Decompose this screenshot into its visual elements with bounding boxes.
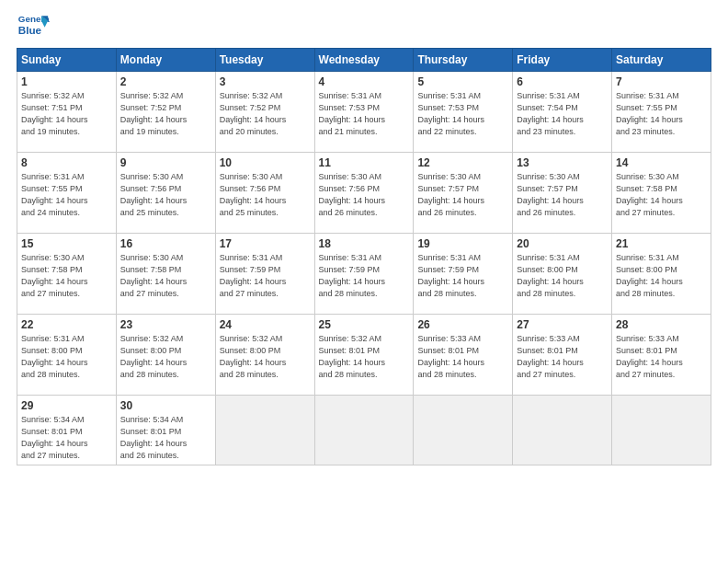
page: General Blue SundayMondayTuesdayWednesda… (0, 0, 728, 563)
calendar-cell (314, 396, 414, 465)
calendar-cell: 13Sunrise: 5:30 AMSunset: 7:57 PMDayligh… (513, 153, 612, 234)
day-number: 17 (220, 237, 311, 250)
calendar-cell: 8Sunrise: 5:31 AMSunset: 7:55 PMDaylight… (17, 153, 117, 234)
week-row-4: 22Sunrise: 5:31 AMSunset: 8:00 PMDayligh… (17, 315, 711, 396)
calendar-table: SundayMondayTuesdayWednesdayThursdayFrid… (17, 48, 711, 465)
day-info: Sunrise: 5:34 AMSunset: 8:01 PMDaylight:… (21, 414, 112, 462)
weekday-header-monday: Monday (116, 49, 215, 72)
calendar-cell: 4Sunrise: 5:31 AMSunset: 7:53 PMDaylight… (314, 72, 414, 153)
day-info: Sunrise: 5:31 AMSunset: 8:00 PMDaylight:… (21, 333, 112, 381)
calendar-cell: 15Sunrise: 5:30 AMSunset: 7:58 PMDayligh… (17, 234, 117, 315)
day-info: Sunrise: 5:30 AMSunset: 7:56 PMDaylight:… (319, 171, 410, 219)
day-number: 22 (21, 318, 112, 331)
day-number: 12 (417, 156, 508, 169)
day-number: 24 (220, 318, 311, 331)
header: General Blue (17, 9, 711, 42)
weekday-header-friday: Friday (513, 49, 612, 72)
calendar-cell: 25Sunrise: 5:32 AMSunset: 8:01 PMDayligh… (314, 315, 414, 396)
day-number: 29 (21, 399, 112, 412)
weekday-header-wednesday: Wednesday (314, 49, 414, 72)
day-info: Sunrise: 5:30 AMSunset: 7:58 PMDaylight:… (21, 252, 112, 300)
day-number: 7 (616, 75, 707, 88)
day-number: 11 (319, 156, 410, 169)
day-info: Sunrise: 5:31 AMSunset: 7:55 PMDaylight:… (21, 171, 112, 219)
calendar-cell: 24Sunrise: 5:32 AMSunset: 8:00 PMDayligh… (215, 315, 314, 396)
calendar-cell: 19Sunrise: 5:31 AMSunset: 7:59 PMDayligh… (414, 234, 513, 315)
day-info: Sunrise: 5:31 AMSunset: 7:59 PMDaylight:… (417, 252, 508, 300)
day-number: 9 (120, 156, 211, 169)
day-info: Sunrise: 5:30 AMSunset: 7:56 PMDaylight:… (120, 171, 211, 219)
day-number: 25 (319, 318, 410, 331)
weekday-header-row: SundayMondayTuesdayWednesdayThursdayFrid… (17, 49, 711, 72)
day-info: Sunrise: 5:32 AMSunset: 7:52 PMDaylight:… (220, 90, 311, 138)
day-info: Sunrise: 5:34 AMSunset: 8:01 PMDaylight:… (120, 414, 211, 462)
weekday-header-sunday: Sunday (17, 49, 117, 72)
day-info: Sunrise: 5:31 AMSunset: 7:53 PMDaylight:… (319, 90, 410, 138)
svg-text:Blue: Blue (18, 24, 42, 36)
day-info: Sunrise: 5:33 AMSunset: 8:01 PMDaylight:… (616, 333, 707, 381)
calendar-cell: 1Sunrise: 5:32 AMSunset: 7:51 PMDaylight… (17, 72, 117, 153)
day-info: Sunrise: 5:30 AMSunset: 7:58 PMDaylight:… (120, 252, 211, 300)
day-info: Sunrise: 5:31 AMSunset: 7:59 PMDaylight:… (319, 252, 410, 300)
calendar-cell: 16Sunrise: 5:30 AMSunset: 7:58 PMDayligh… (116, 234, 215, 315)
calendar-cell: 17Sunrise: 5:31 AMSunset: 7:59 PMDayligh… (215, 234, 314, 315)
day-info: Sunrise: 5:31 AMSunset: 8:00 PMDaylight:… (517, 252, 608, 300)
calendar-cell: 27Sunrise: 5:33 AMSunset: 8:01 PMDayligh… (513, 315, 612, 396)
day-info: Sunrise: 5:30 AMSunset: 7:57 PMDaylight:… (417, 171, 508, 219)
calendar-cell (513, 396, 612, 465)
day-number: 5 (417, 75, 508, 88)
calendar-cell: 6Sunrise: 5:31 AMSunset: 7:54 PMDaylight… (513, 72, 612, 153)
day-info: Sunrise: 5:30 AMSunset: 7:58 PMDaylight:… (616, 171, 707, 219)
weekday-header-tuesday: Tuesday (215, 49, 314, 72)
calendar-cell: 14Sunrise: 5:30 AMSunset: 7:58 PMDayligh… (612, 153, 711, 234)
day-number: 4 (319, 75, 410, 88)
calendar-cell: 5Sunrise: 5:31 AMSunset: 7:53 PMDaylight… (414, 72, 513, 153)
day-info: Sunrise: 5:31 AMSunset: 7:55 PMDaylight:… (616, 90, 707, 138)
calendar-cell: 18Sunrise: 5:31 AMSunset: 7:59 PMDayligh… (314, 234, 414, 315)
day-number: 30 (120, 399, 211, 412)
day-number: 26 (417, 318, 508, 331)
calendar-cell (215, 396, 314, 465)
day-info: Sunrise: 5:31 AMSunset: 7:53 PMDaylight:… (417, 90, 508, 138)
day-info: Sunrise: 5:30 AMSunset: 7:56 PMDaylight:… (220, 171, 311, 219)
day-number: 20 (517, 237, 608, 250)
day-info: Sunrise: 5:32 AMSunset: 8:00 PMDaylight:… (220, 333, 311, 381)
day-info: Sunrise: 5:33 AMSunset: 8:01 PMDaylight:… (517, 333, 608, 381)
day-number: 6 (517, 75, 608, 88)
calendar-cell: 11Sunrise: 5:30 AMSunset: 7:56 PMDayligh… (314, 153, 414, 234)
day-number: 18 (319, 237, 410, 250)
day-info: Sunrise: 5:32 AMSunset: 7:52 PMDaylight:… (120, 90, 211, 138)
calendar-cell: 7Sunrise: 5:31 AMSunset: 7:55 PMDaylight… (612, 72, 711, 153)
calendar-cell: 26Sunrise: 5:33 AMSunset: 8:01 PMDayligh… (414, 315, 513, 396)
week-row-5: 29Sunrise: 5:34 AMSunset: 8:01 PMDayligh… (17, 396, 711, 465)
calendar-cell: 3Sunrise: 5:32 AMSunset: 7:52 PMDaylight… (215, 72, 314, 153)
day-info: Sunrise: 5:31 AMSunset: 7:54 PMDaylight:… (517, 90, 608, 138)
calendar-cell (414, 396, 513, 465)
day-info: Sunrise: 5:33 AMSunset: 8:01 PMDaylight:… (417, 333, 508, 381)
calendar-cell: 30Sunrise: 5:34 AMSunset: 8:01 PMDayligh… (116, 396, 215, 465)
day-number: 8 (21, 156, 112, 169)
day-number: 28 (616, 318, 707, 331)
weekday-header-saturday: Saturday (612, 49, 711, 72)
calendar-cell (612, 396, 711, 465)
day-number: 1 (21, 75, 112, 88)
day-number: 3 (220, 75, 311, 88)
calendar-cell: 12Sunrise: 5:30 AMSunset: 7:57 PMDayligh… (414, 153, 513, 234)
calendar-cell: 28Sunrise: 5:33 AMSunset: 8:01 PMDayligh… (612, 315, 711, 396)
calendar-cell: 22Sunrise: 5:31 AMSunset: 8:00 PMDayligh… (17, 315, 117, 396)
logo: General Blue (17, 9, 50, 42)
week-row-3: 15Sunrise: 5:30 AMSunset: 7:58 PMDayligh… (17, 234, 711, 315)
logo-icon: General Blue (17, 9, 50, 42)
day-number: 13 (517, 156, 608, 169)
day-number: 23 (120, 318, 211, 331)
week-row-1: 1Sunrise: 5:32 AMSunset: 7:51 PMDaylight… (17, 72, 711, 153)
day-info: Sunrise: 5:32 AMSunset: 8:00 PMDaylight:… (120, 333, 211, 381)
day-number: 19 (417, 237, 508, 250)
calendar-cell: 9Sunrise: 5:30 AMSunset: 7:56 PMDaylight… (116, 153, 215, 234)
day-number: 16 (120, 237, 211, 250)
day-info: Sunrise: 5:31 AMSunset: 7:59 PMDaylight:… (220, 252, 311, 300)
week-row-2: 8Sunrise: 5:31 AMSunset: 7:55 PMDaylight… (17, 153, 711, 234)
day-number: 2 (120, 75, 211, 88)
day-info: Sunrise: 5:32 AMSunset: 7:51 PMDaylight:… (21, 90, 112, 138)
day-number: 21 (616, 237, 707, 250)
